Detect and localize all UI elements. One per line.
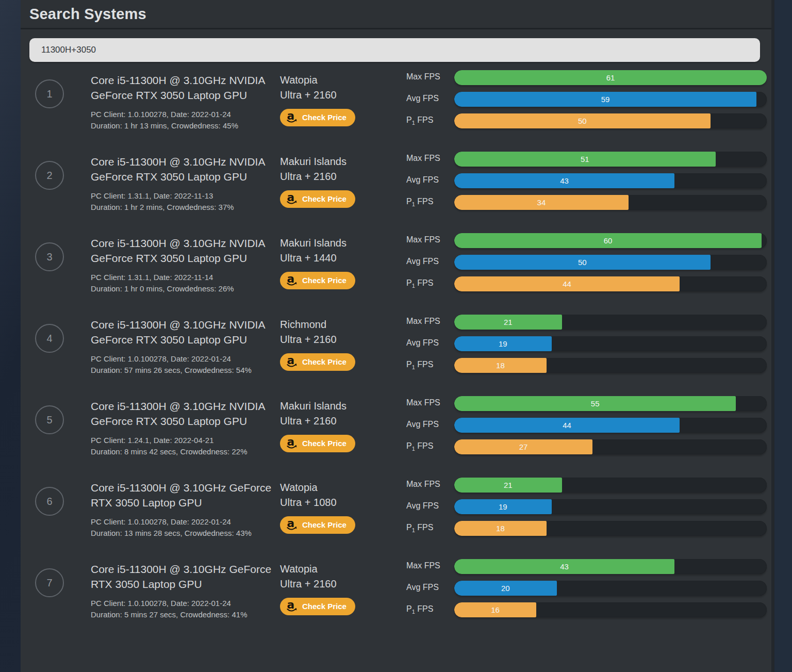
world-name: Makuri Islands (280, 236, 406, 251)
p1-fps-value: 27 (519, 442, 528, 451)
page-header: Search Systems (21, 0, 771, 29)
rank-badge: 6 (35, 487, 64, 516)
system-meta: PC Client: 1.0.100278, Date: 2022-01-24 … (91, 353, 280, 376)
check-price-button[interactable]: a Check Price (280, 190, 355, 208)
client-date-line: PC Client: 1.31.1, Date: 2022-11-13 (91, 190, 280, 202)
rank-badge: 3 (35, 242, 64, 271)
rank-badge: 1 (35, 79, 64, 108)
avg-fps-track: 19 (454, 499, 767, 514)
fps-bars: Max FPS 60 Avg FPS 50 P1 FPS (406, 233, 767, 298)
check-price-button[interactable]: a Check Price (280, 272, 355, 289)
avg-fps-label: Avg FPS (406, 418, 454, 429)
fps-bars: Max FPS 21 Avg FPS 19 P1 FPS (406, 478, 767, 543)
max-fps-row: Max FPS 55 (406, 396, 767, 411)
avg-fps-bar: 59 (454, 92, 756, 107)
check-price-button[interactable]: a Check Price (280, 435, 355, 452)
rank-badge: 2 (35, 161, 64, 190)
system-column: Core i5-11300H @ 3.10GHz NVIDIA GeForce … (91, 398, 280, 457)
fps-bars: Max FPS 43 Avg FPS 20 P1 FPS (406, 559, 767, 624)
client-date-line: PC Client: 1.24.1, Date: 2022-04-21 (91, 435, 280, 446)
max-fps-track: 61 (454, 70, 767, 85)
max-fps-track: 51 (454, 152, 767, 167)
check-price-button[interactable]: a Check Price (280, 353, 355, 371)
system-meta: PC Client: 1.31.1, Date: 2022-11-13 Dura… (91, 190, 280, 213)
world-column: Watopia Ultra + 2160 a Check Price (280, 72, 406, 129)
amazon-icon: a (286, 518, 299, 532)
client-date-line: PC Client: 1.31.1, Date: 2022-11-14 (91, 272, 280, 283)
avg-fps-label: Avg FPS (406, 336, 454, 348)
max-fps-track: 60 (454, 233, 767, 248)
avg-fps-track: 59 (454, 92, 767, 107)
check-price-label: Check Price (302, 273, 346, 289)
duration-crowd-line: Duration: 57 mins 26 secs, Crowdedness: … (91, 365, 280, 376)
profile-resolution: Ultra + 2160 (280, 577, 406, 592)
rank-badge: 5 (35, 405, 64, 434)
world-column: Watopia Ultra + 2160 a Check Price (280, 561, 406, 618)
p1-fps-track: 44 (454, 276, 767, 291)
search-input[interactable] (29, 38, 760, 62)
max-fps-label: Max FPS (406, 152, 454, 163)
avg-fps-row: Avg FPS 43 (406, 173, 767, 188)
p1-fps-label: P1 FPS (406, 439, 454, 452)
system-title: Core i5-11300H @ 3.10GHz NVIDIA GeForce … (91, 154, 280, 184)
p1-fps-label: P1 FPS (406, 602, 454, 615)
system-title: Core i5-11300H @ 3.10GHz GeForce RTX 305… (91, 561, 280, 592)
left-edge-strip (0, 0, 21, 672)
rank-badge: 4 (35, 324, 64, 353)
world-column: Makuri Islands Ultra + 2160 a Check Pric… (280, 398, 406, 455)
max-fps-label: Max FPS (406, 70, 454, 81)
main-panel: Search Systems 1 Core i5-11300H @ 3.10GH… (21, 0, 774, 672)
world-name: Makuri Islands (280, 399, 406, 414)
check-price-button[interactable]: a Check Price (280, 109, 355, 126)
rank-number: 5 (46, 414, 52, 426)
check-price-label: Check Price (302, 191, 346, 207)
duration-crowd-line: Duration: 13 mins 28 secs, Crowdedness: … (91, 528, 280, 539)
max-fps-value: 21 (504, 481, 513, 489)
page-title: Search Systems (29, 6, 146, 23)
rank-column: 3 (21, 235, 91, 271)
max-fps-value: 21 (504, 318, 513, 326)
system-title: Core i5-11300H @ 3.10GHz NVIDIA GeForce … (91, 398, 280, 429)
check-price-button[interactable]: a Check Price (280, 598, 355, 615)
p1-fps-track: 18 (454, 358, 767, 373)
p1-fps-bar: 27 (454, 439, 592, 454)
p1-fps-row: P1 FPS 34 (406, 195, 767, 210)
avg-fps-row: Avg FPS 20 (406, 581, 767, 596)
search-bar (21, 29, 771, 64)
avg-fps-bar: 43 (454, 173, 674, 188)
max-fps-value: 43 (560, 562, 569, 571)
amazon-icon: a (286, 599, 299, 614)
avg-fps-row: Avg FPS 44 (406, 418, 767, 433)
rank-column: 4 (21, 317, 91, 353)
p1-fps-label: P1 FPS (406, 113, 454, 126)
rank-column: 6 (21, 480, 91, 516)
rank-badge: 7 (35, 568, 64, 597)
rank-number: 6 (46, 496, 52, 507)
duration-crowd-line: Duration: 8 mins 42 secs, Crowdedness: 2… (91, 446, 280, 457)
max-fps-bar: 55 (454, 396, 736, 411)
max-fps-bar: 21 (454, 315, 562, 330)
check-price-label: Check Price (302, 436, 346, 452)
check-price-label: Check Price (302, 110, 346, 126)
rank-number: 4 (46, 333, 52, 345)
duration-crowd-line: Duration: 5 mins 27 secs, Crowdedness: 4… (91, 609, 280, 620)
max-fps-row: Max FPS 21 (406, 315, 767, 330)
avg-fps-value: 19 (499, 502, 507, 511)
p1-fps-label: P1 FPS (406, 358, 454, 370)
max-fps-bar: 21 (454, 478, 562, 493)
max-fps-row: Max FPS 51 (406, 152, 767, 167)
check-price-button[interactable]: a Check Price (280, 516, 355, 534)
p1-fps-bar: 16 (454, 602, 536, 617)
client-date-line: PC Client: 1.0.100278, Date: 2022-01-24 (91, 109, 280, 120)
rank-number: 3 (46, 251, 52, 263)
results-list: 1 Core i5-11300H @ 3.10GHz NVIDIA GeForc… (21, 64, 771, 634)
avg-fps-track: 20 (454, 581, 767, 596)
max-fps-bar: 61 (454, 70, 767, 85)
profile-resolution: Ultra + 2160 (280, 88, 406, 103)
world-name: Watopia (280, 73, 406, 88)
max-fps-track: 55 (454, 396, 767, 411)
avg-fps-row: Avg FPS 19 (406, 499, 767, 514)
p1-fps-bar: 44 (454, 276, 680, 291)
amazon-icon: a (286, 436, 299, 451)
avg-fps-value: 19 (499, 339, 507, 348)
